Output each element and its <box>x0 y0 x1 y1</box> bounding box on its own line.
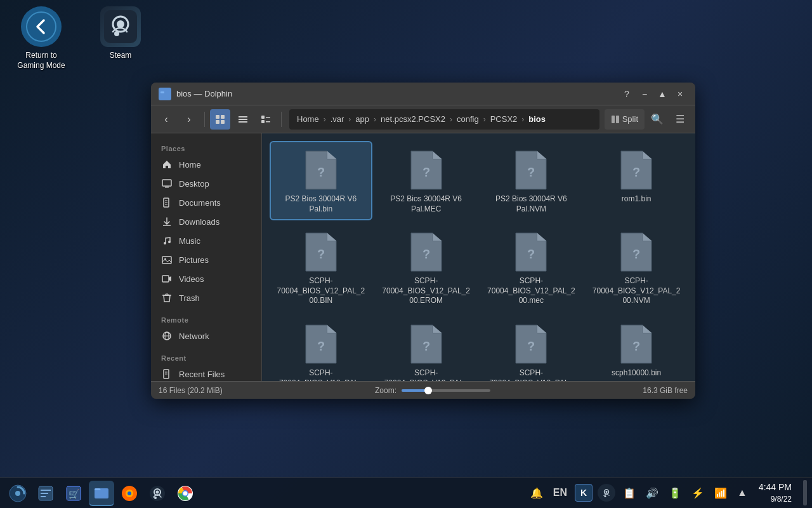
close-button[interactable]: × <box>672 86 688 102</box>
wifi-icon[interactable]: 📶 <box>712 485 730 502</box>
zoom-control: Zoom: <box>375 386 490 395</box>
search-button[interactable]: 🔍 <box>647 109 667 130</box>
zoom-slider[interactable] <box>402 389 490 392</box>
file-item[interactable]: ? SCPH-70004_BIOS_V12_PAL_200.NVM <box>585 223 688 312</box>
help-button[interactable]: ? <box>619 86 634 102</box>
svg-rect-11 <box>239 116 247 117</box>
zoom-thumb[interactable] <box>424 387 432 394</box>
file-item[interactable]: ? PS2 Bios 30004R V6 Pal.MEC <box>375 141 478 220</box>
sidebar-documents-label: Documents <box>179 198 221 208</box>
forward-button[interactable]: › <box>179 109 199 130</box>
dolphin-window: bios — Dolphin ? − ▲ × ‹ › <box>151 83 695 399</box>
taskbar-steamos-button[interactable] <box>5 481 30 506</box>
file-name: SCPH-70004_BIOS_V12_PAL_ <box>381 368 471 381</box>
music-icon <box>161 235 173 246</box>
svg-marker-61 <box>643 233 652 241</box>
bluetooth-icon[interactable]: ⚡ <box>689 485 707 502</box>
svg-marker-55 <box>433 233 442 241</box>
sidebar-item-videos[interactable]: Videos <box>151 269 261 288</box>
sidebar-item-desktop[interactable]: Desktop <box>151 174 261 193</box>
breadcrumb-bios[interactable]: bios <box>526 113 548 125</box>
breadcrumb-sep-1: › <box>324 115 326 124</box>
taskbar-taskmanager-button[interactable] <box>33 481 58 506</box>
steam-tray-icon[interactable] <box>598 484 615 502</box>
desktop-icon-return-gaming[interactable]: Return toGaming Mode <box>13 6 70 70</box>
desktop-icon-steam[interactable]: Steam <box>92 6 149 61</box>
toolbar-separator-1 <box>204 112 205 127</box>
taskbar-chrome-button[interactable] <box>173 481 198 506</box>
chrome-icon <box>177 485 193 502</box>
svg-text:?: ? <box>317 165 325 179</box>
file-name: SCPH-70004_BIOS_V12_PAL_ <box>487 368 577 381</box>
sidebar-item-downloads[interactable]: Downloads <box>151 212 261 231</box>
main-area: Places Home <box>151 133 695 381</box>
taskbar-firefox-button[interactable] <box>117 481 142 506</box>
trash-icon <box>161 292 173 304</box>
expand-tray-icon[interactable]: ▲ <box>735 485 750 501</box>
file-item[interactable]: ? PS2 Bios 30004R V6 Pal.bin <box>270 141 372 220</box>
file-document-icon: ? <box>620 232 653 272</box>
steam-label: Steam <box>110 51 132 61</box>
back-button[interactable]: ‹ <box>156 109 176 130</box>
sidebar-remote-label: Remote <box>151 315 261 325</box>
window-title: bios — Dolphin <box>176 89 232 98</box>
breadcrumb-app[interactable]: app <box>353 113 372 125</box>
taskbar-filemanager-button[interactable] <box>89 481 114 506</box>
split-button[interactable]: Split <box>605 109 645 130</box>
svg-rect-10 <box>221 120 225 124</box>
view-list-button[interactable] <box>233 109 253 130</box>
breadcrumb-pcsx2-dir[interactable]: PCSX2 <box>488 113 520 125</box>
breadcrumb-pcsx2[interactable]: net.pcsx2.PCSX2 <box>378 113 448 125</box>
sidebar-item-home[interactable]: Home <box>151 155 261 174</box>
breadcrumb-config[interactable]: config <box>454 113 481 125</box>
breadcrumb-var[interactable]: .var <box>328 113 347 125</box>
file-item[interactable]: ? SCPH-70004_BIOS_V12_PAL_ <box>480 315 583 381</box>
language-badge[interactable]: EN <box>551 485 570 501</box>
file-item[interactable]: ? SCPH-70004_BIOS_V12_PAL_200.mec <box>480 223 583 312</box>
breadcrumb-sep-3: › <box>374 115 376 124</box>
sidebar-item-trash[interactable]: Trash <box>151 288 261 307</box>
sidebar-item-pictures[interactable]: Pictures <box>151 250 261 269</box>
zoom-label: Zoom: <box>375 386 396 395</box>
file-item[interactable]: ? SCPH-70004_BIOS_V12_PAL_200.EROM <box>375 223 478 312</box>
show-desktop-button[interactable] <box>803 480 807 505</box>
breadcrumb-sep-5: › <box>483 115 486 124</box>
clipboard-icon[interactable]: 📋 <box>620 485 638 502</box>
svg-point-3 <box>117 20 124 28</box>
collapse-button[interactable]: − <box>637 86 652 102</box>
return-gaming-label: Return toGaming Mode <box>17 51 65 70</box>
dolphin-app-icon <box>159 88 171 100</box>
file-area[interactable]: ? PS2 Bios 30004R V6 Pal.bin ? PS2 Bios … <box>262 133 695 381</box>
breadcrumb-home[interactable]: Home <box>294 113 322 125</box>
time-display[interactable]: 4:44 PM 9/8/22 <box>755 480 796 505</box>
file-item[interactable]: ? SCPH-70004_BIOS_V12_PAL_ <box>270 315 372 381</box>
steam-taskbar-icon <box>149 485 166 502</box>
svg-rect-80 <box>41 496 46 497</box>
menu-button[interactable]: ☰ <box>670 109 690 130</box>
battery-icon[interactable]: 🔋 <box>666 485 684 502</box>
file-document-icon: ? <box>410 232 443 272</box>
sidebar-item-music[interactable]: Music <box>151 231 261 250</box>
view-extra-button[interactable] <box>256 109 276 130</box>
split-label: Split <box>622 114 638 124</box>
notifications-icon[interactable]: 🔔 <box>528 485 546 502</box>
file-item[interactable]: ? SCPH-70004_BIOS_V12_PAL_200.BIN <box>270 223 372 312</box>
sidebar-item-documents[interactable]: Documents <box>151 193 261 212</box>
sidebar-item-recent-files[interactable]: Recent Files <box>151 364 261 381</box>
k-icon[interactable]: K <box>575 484 593 502</box>
view-grid-button[interactable] <box>210 109 230 130</box>
sidebar-music-label: Music <box>179 236 200 246</box>
svg-text:?: ? <box>527 165 535 179</box>
minimize-button[interactable]: ▲ <box>655 86 670 102</box>
taskbar-steam-button[interactable] <box>145 481 170 506</box>
file-document-icon: ? <box>304 150 337 190</box>
sidebar-item-network[interactable]: Network <box>151 326 261 345</box>
file-item[interactable]: ? rom1.bin <box>585 141 688 220</box>
file-item[interactable]: ? PS2 Bios 30004R V6 Pal.NVM <box>480 141 583 220</box>
volume-icon[interactable]: 🔊 <box>643 485 661 502</box>
svg-text:?: ? <box>632 339 640 353</box>
taskbar-store-button[interactable]: 🛒 <box>61 481 86 506</box>
svg-rect-29 <box>162 257 171 264</box>
file-item[interactable]: ? SCPH-70004_BIOS_V12_PAL_ <box>375 315 478 381</box>
file-item[interactable]: ? scph10000.bin <box>585 315 688 381</box>
